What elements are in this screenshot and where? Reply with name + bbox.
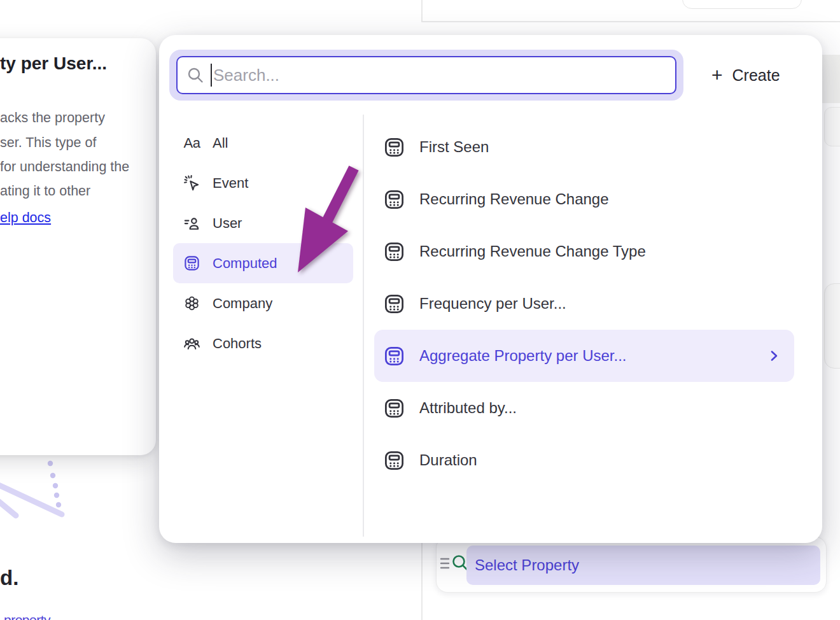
background-vertical-divider: [421, 0, 423, 21]
property-list: First SeenRecurring Revenue ChangeRecurr…: [374, 121, 794, 486]
annotation-arrow: [280, 153, 369, 286]
background-button-fragment: [682, 0, 802, 9]
calculator-icon: [383, 136, 405, 159]
clipped-link-fragment-wrap: property: [4, 612, 74, 620]
property-picker-modal: Search... + Create AaAllEventUserCompute…: [159, 35, 822, 543]
background-panel-fragment: [822, 55, 840, 103]
tooltip-body-line: ser. This type of: [0, 135, 96, 151]
background-card-fragment: [824, 107, 840, 146]
calculator-icon: [383, 397, 405, 419]
calculator-icon: [383, 449, 405, 472]
tooltip-body-line: for understanding the: [0, 159, 129, 175]
property-item-duration[interactable]: Duration: [374, 434, 794, 486]
calculator-icon: [383, 241, 405, 263]
text-caret: [211, 64, 212, 87]
create-button[interactable]: + Create: [705, 60, 787, 90]
search-placeholder: Search...: [213, 66, 279, 85]
property-item-attributed-by[interactable]: Attributed by...: [374, 382, 794, 434]
screen: d. property ty per User... acks the prop…: [0, 0, 840, 620]
property-label: Aggregate Property per User...: [419, 347, 627, 365]
calculator-icon: [383, 188, 405, 211]
select-property-button[interactable]: Select Property: [466, 546, 820, 585]
property-label: Frequency per User...: [419, 295, 566, 313]
category-label: Computed: [213, 255, 277, 272]
property-item-aggregate-property-per-user[interactable]: Aggregate Property per User...: [374, 330, 794, 382]
search-icon: [186, 66, 204, 84]
text-format-icon: Aa: [183, 134, 200, 151]
category-label: Cohorts: [213, 335, 262, 352]
cursor-click-icon: [183, 174, 200, 192]
company-cluster-icon: [183, 295, 200, 312]
background-vertical-divider-bottom: [421, 543, 423, 620]
select-property-label: Select Property: [475, 556, 579, 574]
tooltip-title: ty per User...: [0, 53, 107, 74]
category-label: User: [213, 215, 242, 232]
decorative-chart-lines: [0, 455, 76, 525]
category-item-cohorts[interactable]: Cohorts: [173, 323, 353, 363]
property-item-frequency-per-user[interactable]: Frequency per User...: [374, 278, 794, 330]
category-item-company[interactable]: Company: [173, 283, 353, 323]
property-item-recurring-revenue-change-type[interactable]: Recurring Revenue Change Type: [374, 225, 794, 278]
page-heading-fragment: d.: [0, 566, 18, 590]
property-label: First Seen: [419, 138, 489, 156]
category-label: All: [213, 135, 228, 151]
page-link-fragment[interactable]: property: [4, 612, 50, 620]
search-input[interactable]: Search...: [176, 56, 676, 94]
search-focus-glow: Search...: [169, 50, 683, 101]
cohorts-group-icon: [183, 335, 200, 352]
property-tooltip-card: ty per User... acks the property ser. Th…: [0, 38, 156, 455]
property-item-recurring-revenue-change[interactable]: Recurring Revenue Change: [374, 173, 794, 225]
drag-handle-icon[interactable]: [440, 556, 450, 571]
property-label: Recurring Revenue Change: [419, 190, 609, 208]
background-card-fragment: [824, 283, 840, 369]
property-label: Attributed by...: [419, 399, 517, 417]
help-docs-link[interactable]: elp docs: [0, 210, 51, 226]
calculator-icon: [383, 345, 405, 367]
background-horizontal-divider: [421, 21, 840, 22]
create-button-label: Create: [732, 66, 780, 85]
calculator-icon: [183, 255, 200, 272]
chevron-right-icon: [766, 348, 781, 363]
user-list-icon: [183, 215, 200, 232]
tooltip-body-line: ating it to other: [0, 183, 90, 199]
plus-icon: +: [711, 66, 723, 85]
calculator-icon: [383, 293, 405, 315]
property-label: Recurring Revenue Change Type: [419, 243, 646, 260]
tooltip-body-line: acks the property: [0, 110, 105, 126]
property-label: Duration: [419, 451, 477, 469]
category-label: Company: [213, 295, 272, 312]
category-label: Event: [213, 175, 248, 192]
select-property-card: Select Property: [436, 537, 827, 593]
property-item-first-seen[interactable]: First Seen: [374, 121, 794, 173]
